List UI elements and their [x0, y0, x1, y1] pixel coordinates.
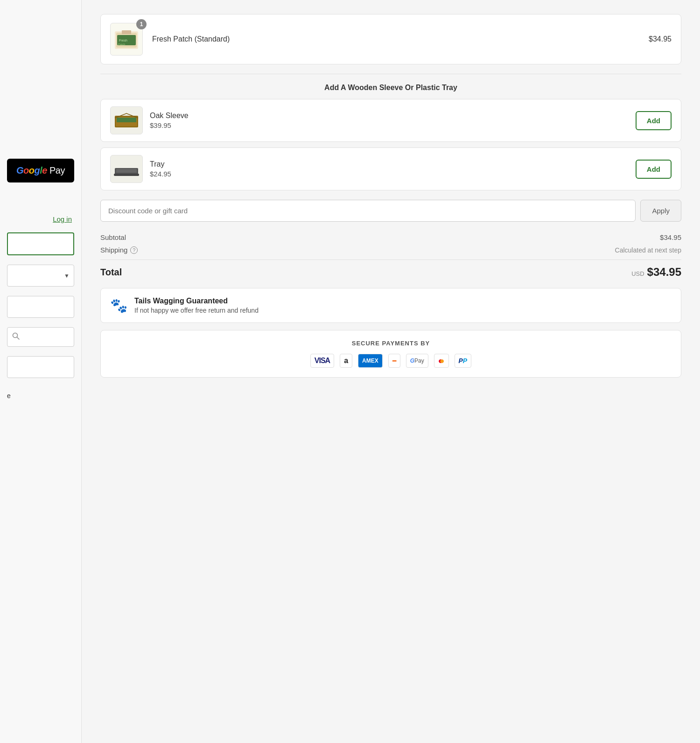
left-input-2[interactable] [7, 296, 74, 318]
paw-icon: 🐾 [110, 297, 127, 314]
paypal-icon: PP [455, 354, 472, 368]
total-currency: USD [631, 270, 644, 277]
subtotal-row: Subtotal $34.95 [100, 233, 681, 241]
totals-section: Subtotal $34.95 Shipping ? Calculated at… [100, 233, 681, 279]
login-link[interactable]: Log in [7, 215, 74, 223]
gpay-text: G Pay [410, 357, 424, 364]
gpay-button[interactable]: Google Pay [7, 159, 74, 182]
discount-input[interactable] [100, 200, 636, 222]
svg-text:Fresh: Fresh [119, 39, 127, 42]
secure-payments: SECURE PAYMENTS BY VISA a AMEX ━ [100, 330, 681, 378]
mastercard-icon: ●● [434, 354, 449, 368]
oak-sleeve-name: Oak Sleeve [150, 112, 629, 120]
total-divider [100, 259, 681, 260]
guarantee-banner: 🐾 Tails Wagging Guaranteed If not happy … [100, 288, 681, 323]
product-name: Fresh Patch (Standard) [152, 35, 639, 43]
tray-name: Tray [150, 160, 629, 168]
right-panel: Fresh Patch 1 Fresh Patch (Standard) $34… [82, 0, 700, 743]
visa-icon: VISA [310, 354, 334, 368]
svg-rect-10 [117, 118, 136, 122]
add-oak-sleeve-button[interactable]: Add [636, 111, 672, 130]
oak-sleeve-info: Oak Sleeve $39.95 [150, 112, 629, 129]
svg-rect-13 [116, 169, 137, 173]
partial-text: e [7, 387, 74, 404]
search-icon [12, 332, 20, 342]
paypal-text: PP [459, 357, 468, 364]
shipping-label: Shipping ? [100, 246, 138, 254]
discount-row: Apply [100, 200, 681, 222]
tray-price: $24.95 [150, 170, 629, 178]
guarantee-title: Tails Wagging Guaranteed [134, 297, 259, 305]
svg-text:Patch: Patch [118, 43, 125, 46]
amex-icon: AMEX [358, 354, 383, 368]
payment-icons: VISA a AMEX ━ G Pay [110, 354, 672, 368]
left-panel: Google Pay Log in ▼ e [0, 0, 82, 743]
order-item-card: Fresh Patch 1 Fresh Patch (Standard) $34… [100, 14, 681, 64]
upsell-title: Add A Wooden Sleeve Or Plastic Tray [100, 84, 681, 92]
item-image-wrapper: Fresh Patch 1 [110, 23, 143, 56]
secure-payments-title: SECURE PAYMENTS BY [110, 340, 672, 347]
add-tray-button[interactable]: Add [636, 160, 672, 179]
oak-sleeve-image [110, 106, 143, 134]
total-label: Total [100, 267, 122, 278]
discover-icon: ━ [388, 354, 400, 368]
shipping-info-icon[interactable]: ? [130, 246, 138, 254]
upsell-item-oak: Oak Sleeve $39.95 Add [100, 99, 681, 142]
page-wrapper: Google Pay Log in ▼ e [0, 0, 700, 743]
subtotal-value: $34.95 [660, 233, 681, 241]
shipping-row: Shipping ? Calculated at next step [100, 246, 681, 254]
shipping-value: Calculated at next step [615, 246, 681, 254]
visa-text: VISA [315, 357, 330, 365]
total-amount: $34.95 [647, 266, 681, 279]
svg-rect-12 [114, 174, 139, 176]
total-value-wrapper: USD $34.95 [631, 266, 681, 279]
left-input-1[interactable] [7, 232, 74, 255]
select-wrapper: ▼ [7, 265, 74, 287]
upsell-item-tray: Tray $24.95 Add [100, 147, 681, 190]
tray-info: Tray $24.95 [150, 160, 629, 178]
google-pay-icon: G Pay [406, 354, 428, 368]
search-row [7, 327, 74, 347]
total-row: Total USD $34.95 [100, 266, 681, 279]
product-price: $34.95 [649, 35, 672, 43]
item-badge: 1 [136, 19, 147, 29]
svg-rect-7 [122, 30, 131, 34]
divider-1 [100, 74, 681, 74]
guarantee-subtitle: If not happy we offer free return and re… [134, 307, 259, 314]
guarantee-text: Tails Wagging Guaranteed If not happy we… [134, 297, 259, 314]
amazon-pay-icon: a [340, 354, 352, 368]
subtotal-label: Subtotal [100, 233, 126, 241]
apply-button[interactable]: Apply [640, 200, 681, 222]
tray-image [110, 155, 143, 183]
left-input-3[interactable] [7, 356, 74, 378]
svg-line-1 [17, 337, 20, 340]
oak-sleeve-price: $39.95 [150, 121, 629, 129]
upsell-section: Add A Wooden Sleeve Or Plastic Tray Oak … [100, 84, 681, 190]
country-select[interactable] [7, 265, 74, 287]
